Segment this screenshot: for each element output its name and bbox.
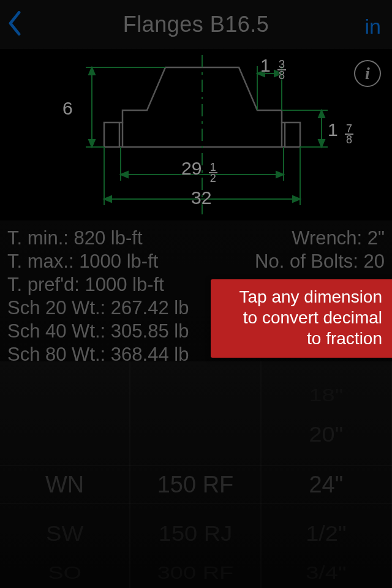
picker-item: 1/2" [262, 522, 391, 546]
svg-marker-18 [318, 110, 325, 118]
picker-item: 150 RJ [130, 522, 260, 546]
svg-marker-23 [121, 172, 128, 178]
spec-sch40: Sch 40 Wt.: 305.85 lb [7, 320, 189, 343]
picker-item: SW [0, 522, 129, 546]
svg-marker-24 [276, 172, 284, 178]
dimension-value: 1 [328, 119, 338, 140]
dimension-value: 29 [181, 158, 202, 178]
info-icon: i [365, 64, 370, 83]
picker-item: SO [0, 562, 129, 583]
spec-tmin: T. min.: 820 lb-ft [7, 227, 143, 250]
spec-bolts: No. of Bolts: 20 [255, 250, 385, 273]
picker-wheels: WN SW SO 150 RF 150 RJ 300 RF 18" 20" 24… [0, 361, 392, 588]
svg-marker-19 [318, 140, 325, 147]
picker-item: 300 RF [130, 562, 260, 583]
svg-marker-9 [89, 140, 95, 147]
picker-item: 3/4" [262, 562, 391, 583]
dimension-value: 32 [191, 187, 211, 208]
dimension-bolt-circle[interactable]: 29 12 [181, 158, 217, 183]
spec-tpref: T. pref'd: 1000 lb-ft [7, 273, 164, 296]
dimension-height[interactable]: 6 [62, 98, 73, 119]
svg-marker-28 [104, 196, 111, 202]
tooltip-line: to convert decimal [218, 307, 382, 328]
spec-sch20: Sch 20 Wt.: 267.42 lb [7, 296, 189, 320]
tooltip-line: Tap any dimension [218, 287, 382, 307]
header: Flanges B16.5 in [0, 0, 392, 49]
picker-item-selected: 24" [262, 472, 391, 498]
info-button[interactable]: i [354, 60, 381, 87]
spec-tmax: T. max.: 1000 lb-ft [7, 250, 158, 273]
page-title: Flanges B16.5 [123, 12, 270, 37]
svg-marker-29 [293, 196, 300, 202]
tooltip-line: to fraction [218, 328, 382, 349]
dimension-thickness[interactable]: 1 78 [328, 119, 353, 144]
dimension-value: 6 [62, 98, 73, 118]
dimension-od[interactable]: 32 [191, 187, 211, 208]
flange-diagram: 6 1 38 1 78 29 12 32 i [0, 49, 392, 221]
back-button[interactable] [6, 11, 31, 36]
picker-item: 18" [262, 385, 391, 405]
hint-tooltip[interactable]: Tap any dimension to convert decimal to … [211, 279, 392, 358]
unit-toggle-button[interactable]: in [365, 15, 381, 39]
dimension-value: 1 [260, 55, 271, 75]
dimension-raised-face[interactable]: 1 38 [260, 55, 286, 80]
picker-size[interactable]: 18" 20" 24" 1/2" 3/4" [262, 361, 392, 588]
picker-item-selected: 150 RF [130, 472, 260, 498]
picker-item: 20" [262, 423, 391, 447]
picker-item-selected: WN [0, 472, 129, 498]
picker-type[interactable]: WN SW SO [0, 361, 130, 588]
spec-wrench: Wrench: 2" [292, 227, 385, 250]
svg-marker-8 [89, 67, 95, 75]
chevron-left-icon [6, 11, 23, 36]
picker-class[interactable]: 150 RF 150 RJ 300 RF [130, 361, 261, 588]
